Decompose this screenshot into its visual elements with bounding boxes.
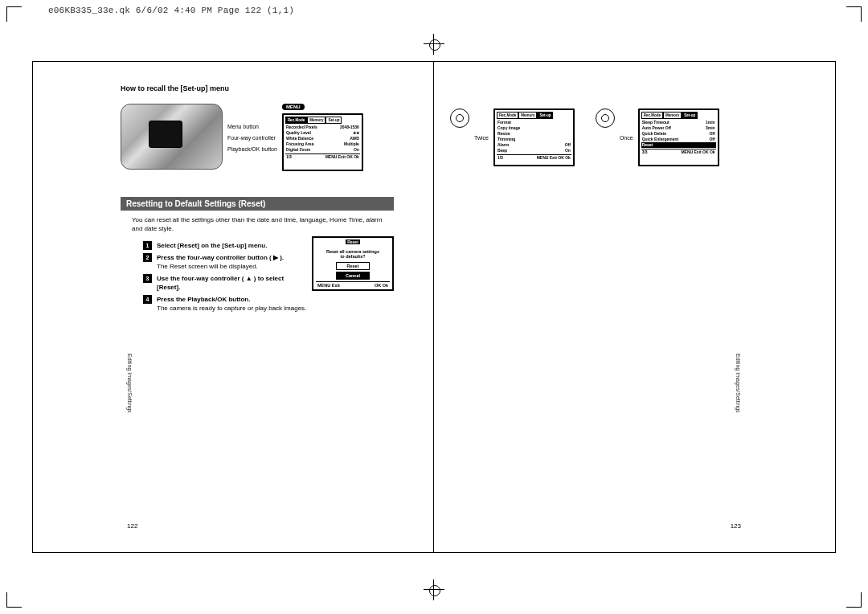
trim-line <box>32 61 836 62</box>
camera-illustration <box>121 104 223 170</box>
page-number-right: 123 <box>731 522 741 530</box>
menu-badge-col: MENU Rec.ModeMemorySet-upRecorded Pixels… <box>282 104 363 171</box>
right-top-row: Twice Rec.ModeMemorySet-upFormatCopy Ima… <box>450 108 723 166</box>
trim-line <box>32 61 33 553</box>
side-tab-right: Editing Images/Settings <box>735 354 741 413</box>
menu-badge: MENU <box>282 104 305 110</box>
crop-mark <box>846 592 862 608</box>
step-item: 4Press the Playback/OK button.The camera… <box>143 295 394 313</box>
step-number: 1 <box>143 241 152 250</box>
registration-mark <box>426 36 442 52</box>
crop-mark <box>6 6 22 22</box>
section-title-bar: Resetting to Default Settings (Reset) <box>121 197 394 211</box>
reset-msg-2: to defaults? <box>316 254 390 259</box>
slug-line: e06KB335_33e.qk 6/6/02 4:40 PM Page 122 … <box>48 6 294 15</box>
page-number-left: 122 <box>127 522 137 530</box>
section-heading: How to recall the [Set-up] menu <box>121 84 394 92</box>
registration-mark <box>426 582 442 598</box>
reset-confirm-lcd: Reset Reset all camera settings to defau… <box>312 236 394 291</box>
left-page: How to recall the [Set-up] menu Menu but… <box>121 84 394 316</box>
lcd-screen-setup-3: Rec.ModeMemorySet-upSleep Timeout1minAut… <box>638 108 719 166</box>
right-page: Twice Rec.ModeMemorySet-upFormatCopy Ima… <box>450 108 723 166</box>
intro-text: You can reset all the settings other tha… <box>121 215 394 233</box>
page-spread: e06KB335_33e.qk 6/6/02 4:40 PM Page 122 … <box>0 0 868 614</box>
spine-line <box>433 61 434 553</box>
crop-mark <box>6 592 22 608</box>
trim-line <box>835 61 836 553</box>
step-item: 1Select [Reset] on the [Set-up] menu. <box>143 241 307 250</box>
nav-label-twice: Twice <box>474 135 489 141</box>
fourway-icon <box>596 108 615 128</box>
step-item: 2Press the four-way controller button ( … <box>143 253 307 271</box>
side-tab-left: Editing Images/Settings <box>127 354 133 413</box>
step-number: 4 <box>143 295 152 304</box>
label-playback-ok: Playback/OK button <box>227 144 277 155</box>
step-item: 3Use the four-way controller ( ▲ ) to se… <box>143 274 307 292</box>
reset-lcd-footer: MENU Exit OK Ok <box>316 281 390 288</box>
trim-line <box>32 552 836 553</box>
lcd-screen-recmode: Rec.ModeMemorySet-upRecorded Pixels2048•… <box>282 113 363 171</box>
lcd-screen-setup-1: Rec.ModeMemorySet-upFormatCopy ImageResi… <box>493 108 575 166</box>
label-menu-button: Menu button <box>227 121 277 133</box>
reset-option-cancel: Cancel <box>336 272 370 280</box>
nav-label-once: Once <box>620 135 633 141</box>
step-number: 2 <box>143 253 152 262</box>
reset-lcd-header: Reset <box>346 239 360 244</box>
reset-option-reset: Reset <box>336 262 370 270</box>
crop-mark <box>846 6 862 22</box>
camera-diagram-row: Menu button Four-way controller Playback… <box>121 104 394 171</box>
camera-labels: Menu button Four-way controller Playback… <box>227 121 277 155</box>
fourway-icon <box>450 108 469 128</box>
label-fourway: Four-way controller <box>227 133 277 144</box>
step-number: 3 <box>143 274 152 283</box>
